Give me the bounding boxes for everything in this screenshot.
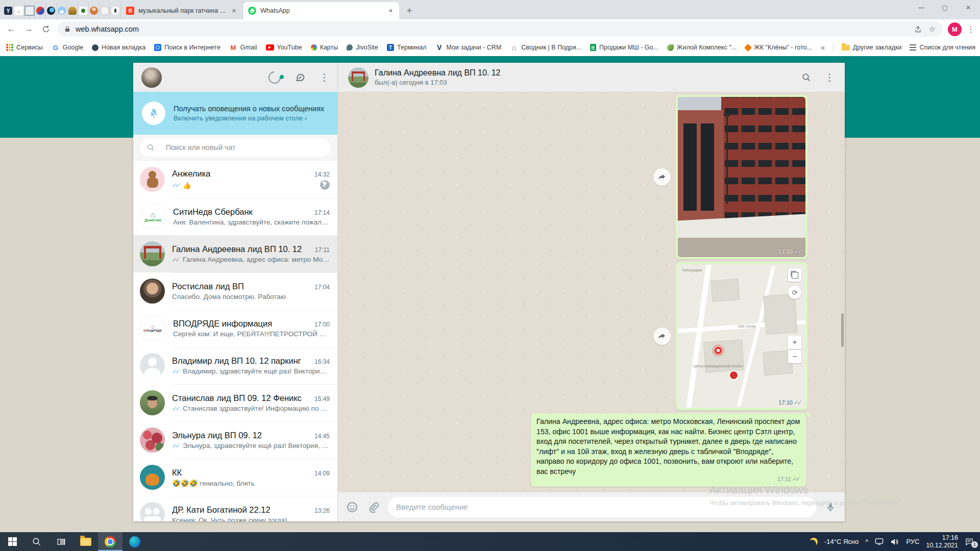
chat-list-item[interactable]: Анжелика14:32✓✓👍 [133, 161, 337, 198]
address-bar[interactable]: web.whatsapp.com ☆ [57, 21, 943, 37]
pinned-tab[interactable] [110, 2, 121, 19]
messages-area: 17:10 ✓✓ [338, 92, 845, 492]
back-button[interactable]: ← [5, 23, 17, 35]
pinned-tab[interactable] [78, 2, 89, 19]
new-chat-icon[interactable] [294, 71, 306, 84]
chat-list-item[interactable]: Эльнура лид ВП 09. 1214:45✓✓Эльнура, здр… [133, 421, 337, 459]
taskbar-search-button[interactable] [24, 532, 49, 551]
start-button[interactable] [0, 532, 24, 551]
volume-icon[interactable] [890, 538, 899, 546]
message-input[interactable]: Введите сообщение [388, 497, 816, 517]
pinned-tab[interactable] [46, 2, 57, 19]
chat-search-icon[interactable] [800, 71, 813, 84]
desktop: ⋮ Получать оповещения о новых сообщениях… [0, 56, 980, 532]
close-window-button[interactable]: ✕ [957, 0, 980, 15]
bookmark-item[interactable]: ЖК "Клёны" - гото... [745, 44, 812, 51]
chat-preview: Ксения: Ок. Чуть позже скину тогда) [172, 516, 330, 521]
bookmark-star-icon[interactable]: ☆ [929, 24, 936, 34]
chat-header[interactable]: Галина Андреевна лид ВП 10. 12 был(-а) с… [338, 63, 845, 92]
chat-time: 14:09 [314, 470, 330, 477]
default-person-avatar [140, 353, 165, 378]
chat-list-item[interactable]: Владимир лид ВП 10. 12 паркинг16:34✓✓Вла… [133, 347, 337, 384]
bookmark-item[interactable]: YouTube [266, 44, 302, 51]
tab-yandex-search[interactable]: Я музыкальный парк гатчина — Я ✕ [121, 2, 243, 19]
pinned-tab[interactable] [24, 2, 35, 19]
map-message[interactable]: Типография Sett Center Центр инновационн… [676, 262, 807, 410]
chat-scrollbar[interactable] [841, 313, 844, 347]
close-tab-icon[interactable]: ✕ [387, 7, 394, 15]
taskbar-clock[interactable]: 17:16 10.12.2021 [926, 534, 958, 549]
notifications-banner[interactable]: Получать оповещения о новых сообщениях В… [133, 92, 337, 135]
my-profile-avatar[interactable] [141, 67, 162, 88]
chat-menu-icon[interactable]: ⋮ [825, 71, 835, 83]
map-compass-button[interactable]: ⟳ [788, 286, 801, 299]
profile-avatar[interactable]: М [948, 22, 962, 36]
banner-enable-link[interactable]: Включить уведомления на рабочем столе › [174, 114, 324, 122]
map-layers-button[interactable] [788, 268, 801, 282]
chat-list-item[interactable]: ДР. Кати Богатиной 22.1213:26Ксения: Ок.… [133, 496, 337, 521]
bookmark-item[interactable]: Жилой Комплекс "... [667, 44, 737, 51]
new-tab-button[interactable]: + [402, 4, 416, 18]
reading-list[interactable]: Список для чтения [910, 44, 975, 51]
mic-icon[interactable] [823, 500, 838, 514]
attach-icon[interactable] [366, 500, 381, 514]
browser-menu-icon[interactable]: ⋮ [967, 24, 975, 34]
minimize-button[interactable]: — [910, 0, 933, 15]
bookmark-item[interactable]: Сервисы [6, 44, 43, 51]
chat-list-item[interactable]: Ростислав лид ВП17:04Спасибо. Дома посмо… [133, 272, 337, 310]
tab-whatsapp[interactable]: WhatsApp ✕ [243, 2, 399, 19]
chat-avatar[interactable] [348, 67, 369, 88]
edge-taskbar-button[interactable] [122, 532, 147, 551]
bookmark-item[interactable]: ⌂Сводник | В Подря... [510, 43, 581, 52]
bookmark-item[interactable]: TТерминал [387, 44, 427, 51]
chat-list-item[interactable]: ⌂ДомКликСитиНедв Сбербанк17:14Аня: Вален… [133, 198, 337, 235]
close-tab-icon[interactable]: ✕ [231, 7, 237, 15]
screen: Y⌂ Я музыкальный парк гатчина — Я ✕ What… [0, 0, 980, 551]
photo-message[interactable]: 17:10 ✓✓ [676, 95, 807, 259]
hidden-icons-chevron[interactable]: ^ [865, 538, 868, 545]
pinned-tab[interactable]: Y [3, 2, 14, 19]
bookmark-item[interactable]: JivoSite [347, 44, 378, 51]
chat-list-item[interactable]: КК14:09🤣🤣🤣 гениально, блять [133, 459, 337, 496]
status-icon[interactable] [268, 71, 281, 84]
forward-button[interactable] [653, 328, 671, 345]
display-icon[interactable] [875, 538, 884, 545]
search-input[interactable]: Поиск или новый чат [140, 138, 331, 157]
emoji-icon[interactable] [345, 500, 359, 514]
pinned-tab[interactable] [67, 2, 78, 19]
reload-button[interactable] [40, 23, 52, 35]
file-explorer-button[interactable] [74, 532, 98, 551]
map-zoom-in-button[interactable]: + [788, 336, 801, 349]
pinned-tab[interactable] [100, 2, 110, 19]
other-bookmarks[interactable]: Другие закладки [842, 44, 902, 51]
v-logo-icon: V [435, 43, 444, 52]
chrome-taskbar-button[interactable] [98, 532, 122, 551]
bookmark-item[interactable]: VМои задачи - CRM [435, 43, 502, 52]
pinned-tab[interactable]: ⌂ [14, 2, 24, 19]
language-indicator[interactable]: РУС [906, 538, 919, 545]
bookmark-item[interactable]: Новая вкладка [92, 44, 145, 51]
chat-list-item[interactable]: ⌂ВПОДРЯДЕВПОДРЯДЕ информация17:00Сергей … [133, 310, 337, 347]
bookmarks-overflow-icon[interactable]: » [821, 43, 825, 52]
task-view-button[interactable] [49, 532, 74, 551]
pinned-tab[interactable] [57, 2, 67, 19]
chat-list-item[interactable]: Галина Андреевна лид ВП 10. 1217:11✓✓Гал… [133, 235, 337, 272]
bookmark-item[interactable]: Поиск в Интернете [154, 44, 220, 51]
notifications-icon[interactable]: 1 [965, 537, 975, 546]
chat-list-item[interactable]: Станислав лид ВП 09. 12 Феникс15:49✓✓Ста… [133, 384, 337, 421]
bookmark-item[interactable]: GGoogle [52, 43, 83, 52]
weather-text[interactable]: -14°C Ясно [824, 538, 859, 545]
weather-moon-icon[interactable] [808, 537, 819, 547]
bookmark-item[interactable]: MGmail [229, 43, 257, 52]
map-zoom-out-button[interactable]: − [788, 349, 801, 363]
pinned-tab[interactable] [35, 2, 46, 19]
sidebar-menu-icon[interactable]: ⋮ [320, 71, 329, 83]
chat-name: Владимир лид ВП 10. 12 паркинг [172, 356, 310, 366]
share-icon[interactable] [914, 26, 922, 33]
pinned-tab[interactable] [89, 2, 100, 19]
maximize-button[interactable]: ▢ [933, 0, 957, 15]
forward-button[interactable] [653, 168, 671, 186]
forward-button[interactable]: → [22, 23, 35, 35]
bookmark-item[interactable]: Продажи МШ - Go... [590, 44, 658, 51]
bookmark-item[interactable]: Карты [311, 44, 338, 51]
